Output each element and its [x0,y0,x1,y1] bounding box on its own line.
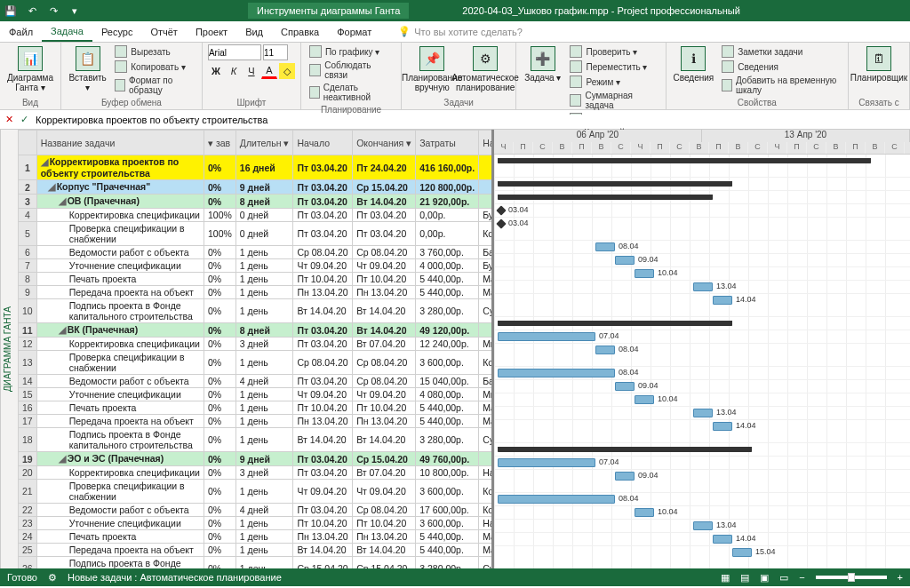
resource-cell[interactable]: Найдёнов Т. [479,466,494,480]
resource-cell[interactable]: Найдёнов Т. [479,517,494,530]
cost-cell[interactable]: 3 600,00р. [416,351,479,375]
row-number[interactable]: 17 [19,415,37,428]
task-name-cell[interactable]: Проверка спецификации в снабжении [36,351,204,375]
start-cell[interactable]: Чт 09.04.20 [293,480,353,504]
pct-cell[interactable]: 0% [204,259,235,273]
gantt-row[interactable]: 13.04 [494,281,910,294]
row-number[interactable]: 19 [19,452,37,466]
task-name-cell[interactable]: Печать проекта [36,401,204,415]
duration-cell[interactable]: 1 день [235,428,293,452]
task-name-cell[interactable]: ◢ВК (Прачечная) [36,323,204,338]
row-number[interactable]: 1 [19,155,37,180]
gantt-row[interactable]: 10.04 [494,506,910,520]
schedule-mode-icon[interactable]: ⚙ [48,572,57,584]
gantt-row[interactable]: 03.04 [494,204,910,218]
duration-cell[interactable]: 8 дней [235,195,293,209]
pct-cell[interactable]: 0% [204,351,235,375]
duration-cell[interactable]: 0 дней [235,222,293,246]
table-row[interactable]: 10Подпись проекта в Фонде капитального с… [19,299,495,323]
view-sidebar[interactable]: ДИАГРАММА ГАНТА [0,130,18,568]
view-shortcut-icon[interactable]: ▣ [760,572,769,584]
end-cell[interactable]: Ср 08.04.20 [353,504,416,517]
start-cell[interactable]: Пт 03.04.20 [293,155,353,180]
gantt-row[interactable]: 13.04 [494,520,910,533]
table-row[interactable]: 15Уточнение спецификации0%1 деньЧт 09.04… [19,388,495,401]
ribbon-small-btn[interactable]: Формат по образцу [112,75,196,96]
table-row[interactable]: 2◢Корпус "Прачечная"0%9 днейПт 03.04.20С… [19,180,495,195]
gantt-bar[interactable] [713,296,732,305]
end-cell[interactable]: Ср 08.04.20 [353,351,416,375]
gantt-bar[interactable] [713,422,732,431]
column-header[interactable]: Названия ресурсов ▾ [479,131,494,155]
cost-cell[interactable]: 4 000,00р. [416,259,479,273]
row-number[interactable]: 11 [19,323,37,338]
gantt-row[interactable]: 07.04 [494,457,910,470]
cost-cell[interactable]: 21 920,00р. [416,195,479,209]
resource-cell[interactable]: Сурдеев Д. [479,299,494,323]
menu-Формат[interactable]: Формат [328,23,380,41]
ribbon-small-btn[interactable]: Копировать ▾ [112,60,196,74]
resource-cell[interactable]: Коруина О.Г. [479,351,494,375]
zoom-out-icon[interactable]: − [799,572,804,583]
ribbon-small-btn[interactable]: Сделать неактивной [307,82,395,103]
gantt-bar[interactable] [635,508,654,517]
table-row[interactable]: 25Передача проекта на объект0%1 деньВт 1… [19,544,495,557]
end-cell[interactable]: Пт 03.04.20 [353,209,416,222]
start-cell[interactable]: Пт 03.04.20 [293,323,353,338]
task-name-cell[interactable]: Подпись проекта в Фонде капитального стр… [36,428,204,452]
start-cell[interactable]: Пн 13.04.20 [293,415,353,428]
gantt-bar[interactable] [498,195,713,200]
gantt-bar[interactable] [713,535,732,544]
row-number[interactable]: 25 [19,544,37,557]
resource-cell[interactable]: Мальцев А.С. [479,415,494,428]
task-name-cell[interactable]: ◢Корректировка проектов по объекту строи… [36,155,204,180]
column-header[interactable]: Окончания ▾ [353,131,416,155]
pct-cell[interactable]: 0% [204,504,235,517]
gantt-row[interactable]: 09.04 [494,254,910,267]
collapse-icon[interactable]: ◢ [59,195,66,206]
menu-Вид[interactable]: Вид [236,23,272,41]
task-name-cell[interactable]: Уточнение спецификации [36,388,204,401]
row-number[interactable]: 5 [19,222,37,246]
cost-cell[interactable]: 5 440,00р. [416,286,479,299]
start-cell[interactable]: Пт 03.04.20 [293,338,353,351]
cost-cell[interactable]: 5 440,00р. [416,401,479,415]
cost-cell[interactable]: 3 760,00р. [416,246,479,259]
resource-cell[interactable]: Балуев А. [479,375,494,388]
pct-cell[interactable]: 0% [204,375,235,388]
end-cell[interactable]: Вт 14.04.20 [353,323,416,338]
table-row[interactable]: 5Проверка спецификации в снабжении100%0 … [19,222,495,246]
start-cell[interactable]: Пт 03.04.20 [293,452,353,466]
cost-cell[interactable]: 0,00р. [416,209,479,222]
menu-Файл[interactable]: Файл [0,23,42,41]
pct-cell[interactable]: 0% [204,401,235,415]
task-name-cell[interactable]: ◢ЭО и ЭС (Прачечная) [36,452,204,466]
gantt-row[interactable]: 14.04 [494,420,910,443]
row-number[interactable]: 15 [19,388,37,401]
cost-cell[interactable]: 3 600,00р. [416,480,479,504]
resource-cell[interactable]: Коруина О.Г. [479,222,494,246]
start-cell[interactable]: Вт 14.04.20 [293,428,353,452]
pct-cell[interactable]: 100% [204,222,235,246]
task-name-cell[interactable]: Печать проекта [36,273,204,286]
end-cell[interactable]: Пт 10.04.20 [353,401,416,415]
gantt-row[interactable] [494,443,910,457]
table-row[interactable]: 14Ведомости работ с объекта0%4 днейПт 03… [19,375,495,388]
resource-cell[interactable]: Буркина К.Г. [479,209,494,222]
row-number[interactable]: 14 [19,375,37,388]
pct-cell[interactable]: 0% [204,480,235,504]
resource-cell[interactable]: Коруина О.Г. [479,480,494,504]
end-cell[interactable]: Вт 14.04.20 [353,195,416,209]
underline-button[interactable]: Ч [243,63,259,79]
task-name-cell[interactable]: Подпись проекта в Фонде капитального стр… [36,299,204,323]
row-number[interactable]: 2 [19,180,37,195]
end-cell[interactable]: Вт 14.04.20 [353,428,416,452]
ribbon-small-btn[interactable]: Суммарная задача [567,90,659,111]
task-name-cell[interactable]: Передача проекта на объект [36,415,204,428]
resource-cell[interactable]: Мальцев А.С. [479,544,494,557]
end-cell[interactable]: Ср 15.04.20 [353,557,416,569]
task-name-cell[interactable]: ◢ОВ (Прачечная) [36,195,204,209]
qat-more-icon[interactable]: ▾ [68,4,82,18]
gantt-row[interactable]: 03.04 [494,218,910,241]
table-row[interactable]: 7Уточнение спецификации0%1 деньЧт 09.04.… [19,259,495,273]
